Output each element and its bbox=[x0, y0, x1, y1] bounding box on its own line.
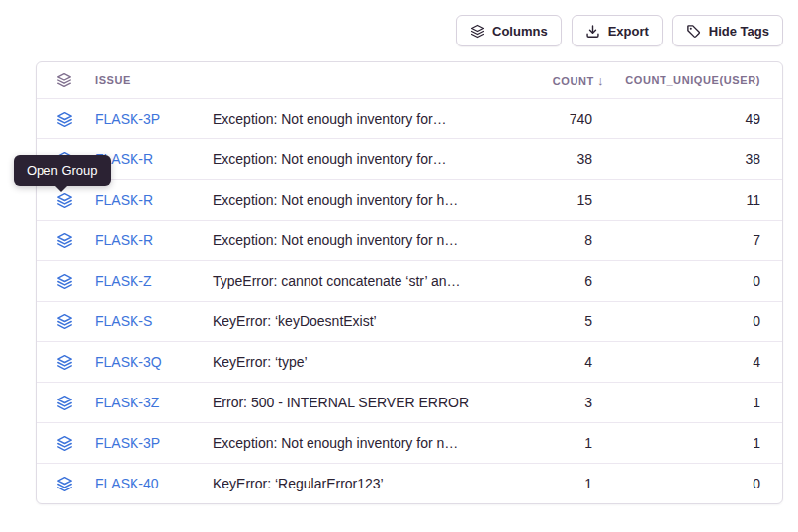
table-header: ISSUE COUNT↓ COUNT_UNIQUE(USER) bbox=[37, 62, 782, 98]
table-row[interactable]: FLASK-3Q KeyError: ‘type’ 4 4 bbox=[37, 341, 782, 382]
column-header-count[interactable]: COUNT↓ bbox=[495, 73, 614, 88]
table-row[interactable]: FLASK-R Exception: Not enough inventory … bbox=[37, 179, 782, 220]
issue-title: KeyError: ‘type’ bbox=[205, 354, 495, 370]
column-header-count-unique[interactable]: COUNT_UNIQUE(USER) bbox=[614, 74, 782, 86]
issue-title: KeyError: ‘keyDoesntExist’ bbox=[205, 313, 495, 329]
row-icon-cell bbox=[37, 354, 88, 371]
issue-link[interactable]: FLASK-R bbox=[95, 192, 153, 208]
hide-tags-button-label: Hide Tags bbox=[709, 24, 769, 39]
issue-link[interactable]: FLASK-3P bbox=[95, 111, 160, 127]
toolbar: Columns Export Hide Tags bbox=[456, 15, 783, 46]
row-icon-cell bbox=[37, 476, 88, 492]
open-group-stack-icon[interactable] bbox=[56, 435, 73, 452]
issue-title: KeyError: ‘RegularError123’ bbox=[205, 476, 495, 491]
count-header-label: COUNT bbox=[553, 75, 594, 87]
issue-title: Exception: Not enough inventory for… bbox=[205, 151, 495, 167]
count-value: 1 bbox=[495, 435, 614, 451]
issue-link[interactable]: FLASK-R bbox=[95, 232, 153, 248]
count-value: 1 bbox=[495, 476, 614, 491]
open-group-tooltip-label: Open Group bbox=[27, 163, 98, 178]
download-icon bbox=[585, 24, 600, 39]
issue-link[interactable]: FLASK-3Z bbox=[95, 395, 159, 410]
table-row[interactable]: FLASK-40 KeyError: ‘RegularError123’ 1 0 bbox=[37, 463, 782, 503]
issue-title: TypeError: cannot concatenate ‘str’ an… bbox=[205, 273, 495, 289]
count-value: 8 bbox=[495, 232, 614, 248]
table-row[interactable]: FLASK-3P Exception: Not enough inventory… bbox=[37, 422, 782, 463]
open-group-stack-icon[interactable] bbox=[56, 273, 73, 290]
row-icon-cell bbox=[37, 435, 88, 452]
count-unique-value: 38 bbox=[614, 151, 782, 167]
count-unique-value: 0 bbox=[614, 273, 782, 289]
issue-title: Exception: Not enough inventory for… bbox=[205, 111, 495, 127]
issue-link[interactable]: FLASK-3Q bbox=[95, 354, 162, 370]
count-unique-value: 7 bbox=[614, 232, 782, 248]
row-icon-cell bbox=[37, 395, 88, 411]
table-body: FLASK-3P Exception: Not enough inventory… bbox=[37, 98, 782, 503]
sort-desc-icon: ↓ bbox=[597, 73, 604, 88]
count-value: 3 bbox=[495, 395, 614, 410]
table-row[interactable]: FLASK-S KeyError: ‘keyDoesntExist’ 5 0 bbox=[37, 301, 782, 341]
open-group-stack-icon[interactable] bbox=[56, 313, 73, 330]
count-unique-value: 49 bbox=[614, 111, 782, 127]
count-unique-value: 11 bbox=[614, 192, 782, 208]
count-value: 740 bbox=[495, 111, 614, 127]
open-group-stack-icon[interactable] bbox=[56, 232, 73, 249]
columns-button-label: Columns bbox=[492, 24, 548, 39]
row-icon-cell bbox=[37, 313, 88, 330]
header-stack-icon bbox=[56, 72, 72, 88]
issue-title: Exception: Not enough inventory for n… bbox=[205, 435, 495, 451]
count-unique-value: 4 bbox=[614, 354, 782, 370]
columns-stack-icon bbox=[470, 24, 485, 39]
issues-table: ISSUE COUNT↓ COUNT_UNIQUE(USER) FLASK-3P… bbox=[36, 61, 783, 504]
table-row[interactable]: FLASK-3P Exception: Not enough inventory… bbox=[37, 98, 782, 138]
open-group-stack-icon[interactable] bbox=[56, 476, 73, 492]
issue-link[interactable]: FLASK-3P bbox=[95, 435, 160, 451]
export-button[interactable]: Export bbox=[572, 15, 663, 46]
issue-title: Error: 500 - INTERNAL SERVER ERROR bbox=[205, 395, 495, 410]
row-icon-cell bbox=[37, 273, 88, 290]
count-unique-value: 0 bbox=[614, 476, 782, 491]
count-unique-value: 0 bbox=[614, 313, 782, 329]
open-group-tooltip: Open Group bbox=[14, 155, 111, 186]
count-value: 5 bbox=[495, 313, 614, 329]
table-row[interactable]: FLASK-Z TypeError: cannot concatenate ‘s… bbox=[37, 260, 782, 301]
issue-title: Exception: Not enough inventory for h… bbox=[205, 192, 495, 208]
issue-title: Exception: Not enough inventory for n… bbox=[205, 232, 495, 248]
issue-link[interactable]: FLASK-Z bbox=[95, 273, 152, 289]
open-group-stack-icon[interactable] bbox=[56, 354, 73, 371]
columns-button[interactable]: Columns bbox=[456, 15, 562, 46]
column-header-issue[interactable]: ISSUE bbox=[88, 74, 205, 86]
row-icon-cell bbox=[37, 111, 88, 128]
issue-link[interactable]: FLASK-S bbox=[95, 313, 152, 329]
header-icon-cell bbox=[37, 72, 88, 88]
tag-icon bbox=[686, 24, 701, 39]
open-group-stack-icon[interactable] bbox=[56, 395, 73, 411]
count-value: 15 bbox=[495, 192, 614, 208]
table-row[interactable]: FLASK-R Exception: Not enough inventory … bbox=[37, 138, 782, 179]
table-row[interactable]: FLASK-R Exception: Not enough inventory … bbox=[37, 220, 782, 260]
table-row[interactable]: FLASK-3Z Error: 500 - INTERNAL SERVER ER… bbox=[37, 382, 782, 422]
hide-tags-button[interactable]: Hide Tags bbox=[672, 15, 783, 46]
count-unique-value: 1 bbox=[614, 435, 782, 451]
count-value: 38 bbox=[495, 151, 614, 167]
count-value: 4 bbox=[495, 354, 614, 370]
issue-link[interactable]: FLASK-40 bbox=[95, 476, 159, 491]
open-group-stack-icon[interactable] bbox=[56, 111, 73, 128]
count-unique-value: 1 bbox=[614, 395, 782, 410]
count-value: 6 bbox=[495, 273, 614, 289]
export-button-label: Export bbox=[608, 24, 649, 39]
row-icon-cell bbox=[37, 232, 88, 249]
